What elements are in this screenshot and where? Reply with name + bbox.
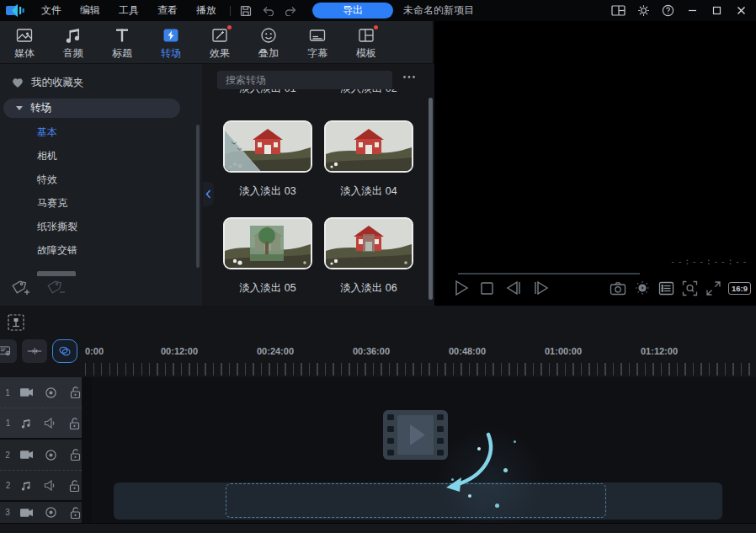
unlock-icon[interactable]: [68, 417, 81, 430]
sidebar-item-special[interactable]: 特效: [37, 173, 57, 185]
track-header-audio2[interactable]: 2: [0, 471, 82, 502]
auto-ripple-icon[interactable]: [52, 339, 77, 363]
project-title: 未命名的新项目: [403, 3, 474, 18]
tab-transitions[interactable]: 转场: [146, 21, 195, 63]
transition-label: 淡入淡出 05: [223, 281, 312, 296]
filmstrip-play-icon: [383, 410, 448, 460]
transition-bolt-icon: [162, 26, 180, 45]
help-icon[interactable]: [657, 2, 679, 19]
redo-button[interactable]: [280, 3, 302, 19]
ruler-label: 01:12:00: [641, 346, 678, 356]
snap-icon[interactable]: [22, 339, 47, 363]
sidebar-item-camera[interactable]: 相机: [37, 150, 57, 162]
visibility-eye-icon[interactable]: [45, 506, 57, 519]
speaker-icon[interactable]: [44, 480, 56, 491]
stop-button[interactable]: [479, 280, 495, 296]
aspect-ratio-badge[interactable]: 16:9: [728, 282, 751, 295]
track-manager-icon[interactable]: [0, 339, 17, 363]
ruler-label: 00:12:00: [161, 346, 198, 356]
track-header-video1[interactable]: 1: [0, 377, 82, 408]
ruler-label: 00:48:00: [449, 346, 486, 356]
sidebar-item-glitch[interactable]: 故障交错: [37, 244, 77, 256]
timeline-ruler[interactable]: [85, 363, 756, 376]
tab-audio[interactable]: 音频: [49, 21, 98, 63]
app-window: 文件 编辑 工具 查看 播放 导出 未命名的新项目: [0, 0, 756, 533]
visibility-eye-icon[interactable]: [45, 386, 57, 399]
fullscreen-icon[interactable]: [705, 280, 722, 297]
tag-toolbar: [8, 278, 67, 300]
layout-icon[interactable]: [606, 3, 631, 19]
settings-gear-icon[interactable]: [632, 2, 655, 19]
unlock-icon[interactable]: [69, 506, 82, 520]
track-header-video2[interactable]: 2: [0, 440, 82, 471]
export-button[interactable]: 导出: [312, 3, 393, 19]
unlock-icon[interactable]: [69, 386, 82, 399]
tab-subtitles[interactable]: 字幕: [293, 21, 342, 63]
sidebar-item-mosaic[interactable]: 马赛克: [37, 197, 67, 209]
more-options-icon[interactable]: [401, 73, 418, 81]
sparkle-dot: [503, 468, 508, 472]
tab-effects[interactable]: 效果: [195, 21, 244, 63]
music-note-icon: [20, 418, 32, 429]
unlock-icon[interactable]: [68, 479, 81, 493]
search-input[interactable]: [217, 71, 392, 89]
save-button[interactable]: [235, 3, 257, 19]
preview-tools: 16:9: [609, 279, 751, 297]
add-tag-icon[interactable]: [8, 278, 32, 300]
visibility-eye-icon[interactable]: [45, 449, 57, 461]
previous-frame-button[interactable]: [504, 280, 523, 296]
tab-templates[interactable]: 模板: [342, 21, 391, 63]
tab-overlays[interactable]: 叠加: [244, 21, 293, 63]
sidebar-favorites[interactable]: 我的收藏夹: [12, 76, 84, 90]
track-header-video3[interactable]: 3: [0, 502, 82, 523]
minimize-button[interactable]: [681, 3, 704, 18]
seek-bar[interactable]: [458, 273, 640, 274]
undo-button[interactable]: [257, 3, 280, 19]
speaker-icon[interactable]: [44, 418, 56, 429]
maximize-button[interactable]: [705, 3, 728, 18]
music-note-icon: [20, 480, 32, 492]
track-header-audio1[interactable]: 1: [0, 408, 82, 440]
divider: [230, 6, 231, 16]
menu-view[interactable]: 查看: [148, 3, 187, 18]
transition-thumb-fade06[interactable]: [324, 217, 413, 269]
menu-file[interactable]: 文件: [32, 3, 71, 18]
sidebar-scrollbar[interactable]: [196, 125, 200, 268]
unlock-icon[interactable]: [69, 448, 82, 461]
library-scrollbar[interactable]: [429, 98, 433, 300]
menu-tools[interactable]: 工具: [109, 3, 148, 18]
sidebar-group-transitions[interactable]: 转场: [3, 99, 180, 118]
media-tabsbar: 媒体 音频 标题 转场 效果 叠加 字幕 模板: [0, 21, 433, 64]
marker-list-icon[interactable]: [658, 280, 675, 296]
transition-thumb-fade04[interactable]: [324, 120, 413, 173]
remove-tag-icon[interactable]: [44, 278, 67, 300]
sidebar-item-clipped[interactable]: [37, 271, 81, 276]
sidebar-item-basic[interactable]: 基本: [37, 126, 57, 138]
music-note-icon: [64, 26, 83, 45]
sidebar-item-papertear[interactable]: 纸张撕裂: [37, 221, 77, 232]
app-logo-icon: [5, 3, 25, 18]
zoom-fit-icon[interactable]: [681, 280, 699, 297]
smiley-icon: [259, 26, 278, 45]
tab-media[interactable]: 媒体: [0, 21, 49, 63]
track-tool-icon[interactable]: [6, 312, 26, 333]
transition-library: 淡入淡出 01 淡入淡出 02 淡入淡出 03 淡入淡出 04 淡入淡出 05 …: [202, 64, 434, 306]
track-header-gap: [82, 377, 92, 523]
close-button[interactable]: [730, 3, 753, 18]
transition-thumb-fade05[interactable]: [223, 217, 312, 269]
menu-edit[interactable]: 编辑: [71, 3, 109, 18]
timecode: --:--:--:--: [670, 257, 749, 266]
sparkle-dot: [477, 447, 481, 450]
snapshot-camera-icon[interactable]: [609, 280, 627, 296]
video-camera-icon: [19, 450, 34, 460]
menu-play[interactable]: 播放: [187, 3, 226, 18]
render-quality-icon[interactable]: [633, 279, 652, 297]
play-button[interactable]: [453, 279, 470, 297]
panel-collapse-handle[interactable]: [203, 182, 214, 206]
transition-thumb-fade03[interactable]: [223, 120, 312, 173]
tab-titles[interactable]: 标题: [98, 21, 146, 63]
drop-zone[interactable]: [226, 483, 606, 518]
next-frame-button[interactable]: [532, 280, 551, 296]
sparkle-dot: [468, 494, 471, 498]
timeline-bottom-strip: [0, 523, 756, 533]
